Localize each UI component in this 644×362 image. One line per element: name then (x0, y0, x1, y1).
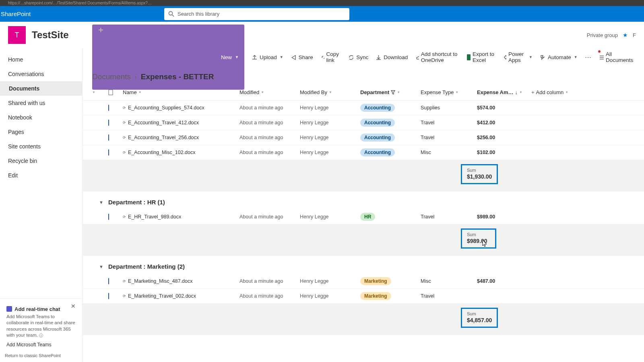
sum-box: Sum$1,930.00 (461, 164, 498, 184)
sidebar-item-recycle-bin[interactable]: Recycle bin (0, 154, 82, 168)
chat-promo: ✕ Add real-time chat Add Microsoft Teams… (5, 303, 77, 348)
chevron-down-icon[interactable]: ▼ (92, 200, 103, 205)
cell-modified: About a minute ago (239, 120, 300, 125)
file-name[interactable]: E_Accounting_Travel_256.docx (128, 135, 199, 140)
chevron-down-icon: ▼ (455, 90, 458, 94)
add-teams-link[interactable]: Add Microsoft Teams (6, 342, 76, 348)
app-name[interactable]: SharePoint (0, 10, 31, 17)
breadcrumb: Documents › Expenses - BETTER (83, 66, 644, 84)
group-label: Department : HR (1) (108, 199, 165, 206)
table-row[interactable]: ⟳E_Accounting_Supplies_574.docxAbout a m… (83, 101, 644, 115)
search-placeholder: Search this library (178, 11, 219, 17)
chevron-down-icon: ▼ (280, 55, 283, 59)
cell-amount: $102.00 (477, 150, 531, 155)
cell-modified-by: Henry Legge (300, 150, 360, 155)
cell-amount: $487.00 (477, 278, 531, 284)
col-expense-type[interactable]: Expense Type▼ (421, 89, 477, 95)
list-icon (599, 54, 604, 60)
sum-box: Sum$989.00 (461, 228, 496, 249)
chevron-down-icon: ▼ (235, 55, 239, 59)
table-row[interactable]: ⟳E_Marketing_Travel_002.docxAbout a minu… (83, 289, 644, 304)
search-icon (168, 11, 174, 17)
col-name[interactable]: Name▼ (123, 89, 239, 95)
col-modified[interactable]: Modified▼ (239, 89, 300, 95)
more-button[interactable]: ⋯ (585, 53, 592, 61)
automate-button[interactable]: Automate▼ (540, 54, 578, 60)
sync-button[interactable]: Sync (348, 54, 368, 60)
file-name[interactable]: E_HR_Travel_989.docx (128, 214, 181, 220)
onedrive-icon (415, 54, 419, 60)
file-name[interactable]: E_Marketing_Travel_002.docx (128, 293, 196, 299)
table-row[interactable]: ⟳E_Accounting_Travel_256.docxAbout a min… (83, 130, 644, 145)
cell-modified: About a minute ago (239, 278, 300, 284)
sidebar-item-shared-with-us[interactable]: Shared with us (0, 96, 82, 110)
table-row[interactable]: ⟳E_Accounting_Travel_412.docxAbout a min… (83, 115, 644, 130)
sidebar: HomeConversationsDocumentsShared with us… (0, 48, 83, 362)
upload-icon (252, 54, 258, 60)
info-icon[interactable]: i (39, 333, 43, 337)
command-bar: New▼ Upload▼ Share Copy link Sync Downlo… (83, 48, 644, 66)
table-row[interactable]: ⟳E_Accounting_Misc_102.docxAbout a minut… (83, 145, 644, 160)
col-modified-by[interactable]: Modified By▼ (300, 89, 360, 95)
chevron-down-icon[interactable]: ▼ (92, 90, 95, 94)
sync-status-icon: ⟳ (123, 136, 126, 140)
sum-box: Sum$4,857.00 (461, 308, 498, 328)
department-pill: HR (360, 213, 375, 221)
followers-label: F (633, 32, 636, 38)
browser-url-bar: https://…sharepoint.com/…/TestSite/Share… (0, 0, 644, 6)
upload-button[interactable]: Upload▼ (252, 54, 283, 60)
col-amount[interactable]: Expense Am… ↓▼ (477, 89, 531, 95)
col-department[interactable]: Department ▼ (360, 89, 421, 95)
cell-modified: About a minute ago (239, 293, 300, 299)
word-doc-icon (108, 105, 109, 111)
cell-expense-type: Supplies (421, 105, 477, 111)
star-icon[interactable]: ★ (623, 32, 628, 38)
table-row[interactable]: ⟳E_HR_Travel_989.docxAbout a minute agoH… (83, 210, 644, 224)
close-icon[interactable]: ✕ (71, 303, 76, 309)
sidebar-item-documents[interactable]: Documents (0, 81, 82, 96)
site-logo[interactable]: T (8, 26, 26, 44)
add-shortcut-button[interactable]: Add shortcut to OneDrive (415, 51, 459, 63)
cell-expense-type: Travel (421, 120, 477, 125)
copy-link-button[interactable]: Copy link (320, 51, 341, 63)
sidebar-item-home[interactable]: Home (0, 52, 82, 67)
svg-line-1 (172, 15, 174, 16)
group-header[interactable]: ▼Department : HR (1) (83, 191, 644, 210)
sync-status-icon: ⟳ (123, 294, 126, 298)
site-title[interactable]: TestSite (32, 29, 69, 41)
chat-promo-title: Add real-time chat (6, 306, 76, 312)
file-name[interactable]: E_Accounting_Supplies_574.docx (128, 105, 204, 111)
breadcrumb-root[interactable]: Documents (92, 72, 131, 81)
export-excel-button[interactable]: Export to Excel (467, 51, 495, 63)
department-pill: Accounting (360, 119, 395, 127)
sidebar-item-site-contents[interactable]: Site contents (0, 139, 82, 154)
share-button[interactable]: Share (291, 54, 313, 60)
file-name[interactable]: E_Marketing_Misc_487.docx (128, 278, 193, 284)
classic-sharepoint-link[interactable]: Return to classic SharePoint (5, 353, 77, 358)
group-header[interactable]: ▼Department : Marketing (2) (83, 256, 644, 274)
power-apps-button[interactable]: Power Apps▼ (503, 51, 533, 63)
sum-value: $4,857.00 (467, 317, 492, 323)
download-icon (376, 54, 382, 60)
cell-modified-by: Henry Legge (300, 293, 360, 299)
sync-status-icon: ⟳ (123, 215, 126, 219)
chevron-down-icon[interactable]: ▼ (92, 264, 103, 269)
view-selector[interactable]: All Documents (599, 51, 634, 63)
add-column-button[interactable]: + Add column▼ (531, 89, 580, 95)
search-input[interactable]: Search this library (164, 8, 349, 20)
file-name[interactable]: E_Accounting_Travel_412.docx (128, 120, 199, 125)
download-button[interactable]: Download (376, 54, 408, 60)
sidebar-item-edit[interactable]: Edit (0, 168, 82, 183)
cell-expense-type: Misc (421, 278, 477, 284)
group-sum-row: Sum$1,930.00 (83, 160, 644, 191)
chevron-down-icon: ▼ (519, 90, 522, 94)
table-row[interactable]: ⟳E_Marketing_Misc_487.docxAbout a minute… (83, 274, 644, 289)
cell-modified-by: Henry Legge (300, 278, 360, 284)
sidebar-item-conversations[interactable]: Conversations (0, 67, 82, 81)
teams-icon (6, 306, 12, 312)
sidebar-item-notebook[interactable]: Notebook (0, 110, 82, 125)
share-icon (291, 54, 297, 60)
sidebar-item-pages[interactable]: Pages (0, 125, 82, 139)
sync-status-icon: ⟳ (123, 106, 126, 110)
file-name[interactable]: E_Accounting_Misc_102.docx (128, 150, 195, 155)
